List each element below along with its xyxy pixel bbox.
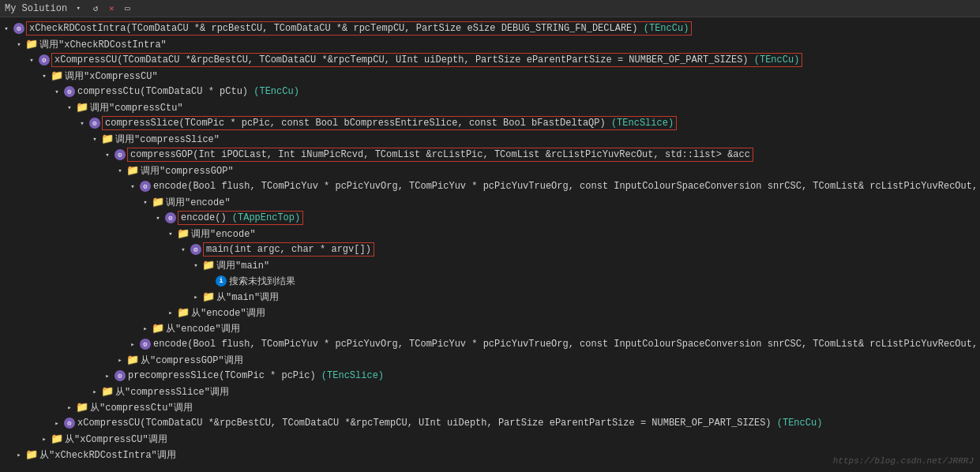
expand-icon[interactable]: ▾ [38, 69, 51, 82]
expand-icon[interactable]: ▾ [88, 133, 101, 145]
node-label: 调用"compressGOP" [141, 164, 234, 178]
function-icon: ⚙ [190, 243, 202, 256]
tree-row[interactable]: ▸📁从"xCompressCU"调用 [0, 431, 980, 447]
expand-icon[interactable]: ▾ [76, 117, 88, 129]
folder-icon: 📁 [152, 196, 164, 208]
tree-row[interactable]: ▾⚙main(int argc, char * argv[]) [0, 242, 980, 257]
node-label: 调用"compressCtu" [90, 101, 183, 114]
node-label: precompressSlice(TComPic * pcPic) (TEncS… [128, 370, 384, 381]
node-label: 调用"encode" [191, 227, 256, 241]
refresh-icon[interactable]: ↺ [89, 2, 102, 15]
tree-container: ▾⚙xCheckRDCostIntra(TComDataCU *& rpcBes… [0, 17, 980, 472]
expand-icon[interactable]: ▾ [177, 243, 190, 256]
folder-icon: 📁 [25, 448, 38, 461]
expand-icon [202, 275, 215, 287]
expand-icon[interactable]: ▸ [88, 385, 101, 398]
expand-icon[interactable]: ▾ [51, 85, 63, 98]
tree-row[interactable]: ▾⚙compressSlice(TComPic * pcPic, const B… [0, 115, 980, 131]
node-label: 搜索未找到结果 [229, 275, 295, 288]
expand-icon[interactable]: ▾ [139, 196, 152, 208]
node-label: 从"main"调用 [216, 290, 279, 304]
node-label: 调用"xCheckRDCostIntra" [39, 38, 167, 51]
node-label: 从"compressSlice"调用 [115, 385, 229, 399]
tree-row[interactable]: ▸📁从"compressGOP"调用 [0, 352, 980, 368]
node-label: 从"xCheckRDCostIntra"调用 [39, 448, 176, 462]
function-icon: ⚙ [88, 117, 101, 129]
folder-icon: 📁 [51, 69, 63, 82]
expand-icon[interactable]: ▸ [139, 322, 152, 335]
tree-row[interactable]: ▸⚙precompressSlice(TComPic * pcPic) (TEn… [0, 368, 980, 384]
tree-row[interactable]: ▸📁从"compressSlice"调用 [0, 384, 980, 399]
node-label: 调用"main" [216, 259, 269, 272]
expand-icon[interactable]: ▾ [164, 227, 177, 240]
node-label: 从"compressGOP"调用 [141, 354, 243, 367]
expand-icon[interactable]: ▾ [152, 212, 164, 224]
folder-icon: 📁 [202, 290, 215, 303]
function-icon: ⚙ [38, 54, 51, 66]
expand-icon[interactable]: ▾ [190, 259, 202, 272]
expand-icon[interactable]: ▸ [63, 401, 76, 414]
expand-icon[interactable]: ▸ [38, 433, 51, 445]
expand-icon[interactable]: ▾ [126, 180, 139, 193]
tree-row[interactable]: ▾📁调用"xCheckRDCostIntra" [0, 36, 980, 52]
maximize-icon[interactable]: ▭ [121, 2, 133, 15]
tree-row[interactable]: ▾📁调用"compressGOP" [0, 163, 980, 178]
node-label: compressCtu(TComDataCU * pCtu) (TEncCu) [77, 86, 299, 97]
node-label: 从"xCompressCU"调用 [65, 433, 167, 446]
expand-icon[interactable]: ▸ [164, 306, 177, 319]
expand-icon[interactable]: ▾ [0, 22, 13, 35]
expand-icon[interactable]: ▾ [25, 54, 38, 66]
expand-icon[interactable]: ▾ [63, 101, 76, 114]
tree-row[interactable]: ▾📁调用"main" [0, 257, 980, 273]
expand-icon[interactable]: ▾ [13, 38, 25, 51]
expand-icon[interactable]: ▾ [101, 148, 114, 161]
node-label: 调用"xCompressCU" [65, 69, 158, 83]
expand-icon[interactable]: ▸ [101, 369, 114, 382]
tree-row[interactable]: ▾⚙compressCtu(TComDataCU * pCtu) (TEncCu… [0, 84, 980, 99]
tree-row[interactable]: ▾⚙encode() (TAppEncTop) [0, 210, 980, 226]
expand-icon[interactable]: ▸ [13, 448, 25, 461]
close-icon[interactable]: ✕ [105, 2, 118, 15]
tree-row[interactable]: ▾⚙compressGOP(Int iPOCLast, Int iNumPicR… [0, 147, 980, 163]
expand-icon[interactable]: ▸ [51, 417, 63, 429]
node-label: 调用"encode" [166, 196, 231, 209]
title-bar: My Solution ▾ ↺ ✕ ▭ [0, 0, 980, 17]
tree-row[interactable]: ▸📁从"main"调用 [0, 289, 980, 305]
tree-row[interactable]: ▾⚙encode(Bool flush, TComPicYuv * pcPicY… [0, 178, 980, 194]
tree-row[interactable]: i搜索未找到结果 [0, 273, 980, 289]
tree-row[interactable]: ▾📁调用"compressCtu" [0, 99, 980, 115]
function-icon: ⚙ [63, 417, 76, 429]
expand-icon[interactable]: ▸ [126, 338, 139, 350]
node-label: main(int argc, char * argv[]) [204, 243, 374, 256]
node-label: xCompressCU(TComDataCU *&rpcBestCU, TCom… [52, 54, 802, 66]
node-label: compressSlice(TComPic * pcPic, const Boo… [103, 117, 676, 129]
folder-icon: 📁 [202, 259, 215, 272]
tree-row[interactable]: ▾⚙xCheckRDCostIntra(TComDataCU *& rpcBes… [0, 21, 980, 36]
expand-icon[interactable]: ▸ [114, 354, 126, 366]
function-icon: ⚙ [139, 338, 152, 350]
tree-row[interactable]: ▸⚙xCompressCU(TComDataCU *&rpcBestCU, TC… [0, 415, 980, 431]
tree-row[interactable]: ▸📁从"encode"调用 [0, 320, 980, 336]
folder-icon: 📁 [126, 164, 139, 177]
tree-row[interactable]: ▾📁调用"compressSlice" [0, 131, 980, 147]
node-label: encode(Bool flush, TComPicYuv * pcPicYuv… [153, 181, 980, 192]
folder-icon: 📁 [76, 401, 88, 414]
tree-row[interactable]: ▾📁调用"encode" [0, 194, 980, 210]
expand-icon[interactable]: ▾ [114, 164, 126, 177]
node-label: xCompressCU(TComDataCU *&rpcBestCU, TCom… [77, 418, 822, 429]
tree-row[interactable]: ▾📁调用"xCompressCU" [0, 68, 980, 84]
tree-row[interactable]: ▾⚙xCompressCU(TComDataCU *&rpcBestCU, TC… [0, 52, 980, 68]
dropdown-arrow-icon[interactable]: ▾ [72, 2, 84, 15]
tree-row[interactable]: ▸📁从"encode"调用 [0, 305, 980, 320]
function-icon: ⚙ [139, 180, 152, 193]
tree-row[interactable]: ▸📁从"compressCtu"调用 [0, 399, 980, 415]
folder-icon: 📁 [51, 433, 63, 445]
tree-row[interactable]: ▸⚙encode(Bool flush, TComPicYuv * pcPicY… [0, 336, 980, 352]
folder-icon: 📁 [76, 101, 88, 114]
folder-icon: 📁 [25, 38, 38, 51]
node-label: compressGOP(Int iPOCLast, Int iNumPicRcv… [128, 148, 753, 161]
node-label: xCheckRDCostIntra(TComDataCU *& rpcBestC… [27, 22, 691, 35]
expand-icon[interactable]: ▸ [190, 290, 202, 303]
node-label: encode() (TAppEncTop) [178, 212, 302, 224]
tree-row[interactable]: ▾📁调用"encode" [0, 226, 980, 242]
